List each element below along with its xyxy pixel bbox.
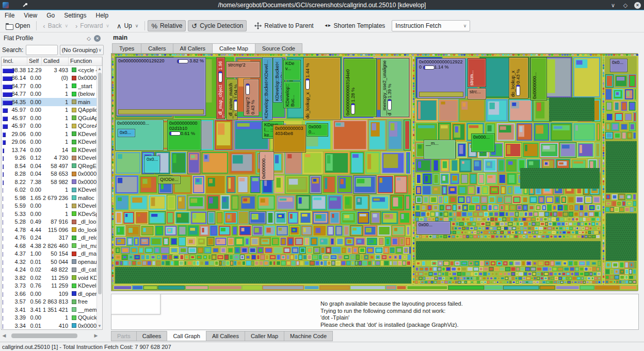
tab-types[interactable]: Types: [112, 43, 141, 54]
treemap-node[interactable]: _dl_name_match_p 1.04 %: [227, 79, 237, 120]
tab-call-graph[interactable]: Call Graph: [167, 331, 206, 341]
up-button[interactable]: ∧ Up∨: [113, 20, 142, 31]
table-row[interactable]: 3.390.001QQuickView: [2, 314, 96, 322]
treemap-node[interactable]: strcmp'2 0.43 %: [244, 79, 259, 116]
float-icon[interactable]: ◇: [87, 36, 91, 41]
table-row[interactable]: 3.660.00109dl_open_wo: [2, 290, 96, 298]
treemap-node[interactable]: KDev...: [283, 60, 301, 80]
table-row[interactable]: 4.684.382 826 460_int_malloc: [2, 242, 96, 250]
table-row[interactable]: 6.020.001KDevelop::C: [2, 186, 96, 194]
back-button[interactable]: ‹ Back∨: [39, 20, 72, 31]
treemap-node[interactable]: 0x000...: [471, 133, 495, 152]
menu-go[interactable]: Go: [42, 12, 59, 19]
tab-callee-map[interactable]: Callee Map: [212, 43, 255, 54]
table-row[interactable]: 13.740.0014KDevelop::P: [2, 146, 96, 154]
treemap-node[interactable]: strcm...: [468, 58, 486, 87]
menu-settings[interactable]: Settings: [59, 12, 91, 19]
treemap-node[interactable]: 0x0000000...: [530, 57, 547, 101]
treemap-node[interactable]: KDevelop::Bucket<KDevel...: [262, 57, 272, 120]
scroll-left-icon[interactable]: ◀: [1, 333, 7, 338]
minimize-button[interactable]: ∨: [609, 2, 617, 9]
table-row[interactable]: 84.770.001(below main): [2, 90, 96, 98]
cycle-detection-toggle[interactable]: ↺ Cycle Detection: [188, 20, 247, 31]
graph-overview-box[interactable]: [111, 294, 160, 314]
treemap-node[interactable]: 0x000000...: [260, 152, 274, 180]
table-row[interactable]: 4.784.44115 096do_lookup_: [2, 226, 96, 234]
table-row[interactable]: 5.590.001KDevelop::S: [2, 202, 96, 210]
close-button[interactable]: ×: [634, 2, 641, 9]
treemap-node[interactable]: 0x0000000034034be8: [273, 125, 306, 153]
treemap-node[interactable]: KDevelop::Buc...: [283, 81, 301, 108]
treemap-node[interactable]: __m...: [424, 140, 456, 159]
table-row[interactable]: 3.340.014100x0000000000: [2, 322, 96, 329]
table-row[interactable]: 86.140.00(0)0x0000000000: [2, 74, 96, 82]
search-input[interactable]: [26, 45, 57, 55]
table-row[interactable]: 5.330.001KDevSplash: [2, 210, 96, 218]
table-row[interactable]: 84.770.001_start: [2, 82, 96, 90]
relative-to-parent-toggle[interactable]: Relative to Parent: [251, 20, 317, 31]
tab-all-callees[interactable]: All Callees: [206, 331, 245, 341]
forward-button[interactable]: › Forward∨: [72, 20, 113, 31]
treemap-node[interactable]: __memcpy_sse2_unaligned 1.39 %: [380, 58, 409, 117]
shorten-templates-toggle[interactable]: ◄► Shorten Templates: [320, 20, 389, 31]
horizontal-scrollbar[interactable]: ◀ ▶: [1, 332, 99, 339]
table-row[interactable]: 5.981.652 679 236malloc: [2, 194, 96, 202]
table-row[interactable]: 5.280.4987 916_dl_lookup_: [2, 218, 96, 226]
menu-view[interactable]: View: [19, 12, 42, 19]
open-button[interactable]: Open: [2, 20, 34, 31]
table-row[interactable]: 4.371.0050 154_dl_map_ob: [2, 250, 96, 258]
treemap-node[interactable]: 0x00000000002d1b10 0.61 %: [167, 120, 201, 151]
menu-file[interactable]: File: [0, 12, 19, 19]
treemap-node[interactable]: 0x0...: [118, 129, 135, 137]
treemap-node[interactable]: _dl_map_object 1.96 %: [216, 57, 225, 119]
vertical-scrollbar[interactable]: ▲ ▼: [96, 66, 102, 329]
maximize-button[interactable]: ◇: [622, 2, 629, 9]
tab-callers[interactable]: Callers: [141, 43, 172, 54]
table-row[interactable]: 98.3812.293 493<cycle 42>: [2, 66, 96, 74]
grouping-select[interactable]: (No Grouping) ∨: [60, 45, 104, 55]
table-row[interactable]: 45.970.001QCoreApplic: [2, 122, 96, 130]
tab-parts[interactable]: Parts: [111, 331, 136, 341]
treemap-node[interactable]: 0x0000...: [307, 123, 328, 137]
dock-close-icon[interactable]: ✕: [94, 35, 101, 42]
table-row[interactable]: 84.350.001main: [2, 98, 96, 106]
treemap-node[interactable]: KDevelop::Bucket<KDevelop::Qu...: [273, 57, 282, 103]
table-row[interactable]: 45.970.001QApplication: [2, 106, 96, 114]
tab-source-code[interactable]: Source Code: [255, 43, 302, 54]
treemap-node[interactable]: 0x0...: [144, 156, 160, 173]
relative-toggle[interactable]: % Relative: [148, 20, 186, 31]
table-row[interactable]: 4.240.0248 822_dl_catch_e: [2, 266, 96, 274]
table-row[interactable]: 8.540.0458 497QRegExp::in: [2, 162, 96, 170]
treemap-node[interactable]: 0x00000000001292203.82 %: [116, 57, 206, 116]
treemap-node[interactable]: 0x0...: [610, 59, 627, 72]
treemap-node[interactable]: 0x00...: [416, 221, 450, 235]
scroll-up-icon[interactable]: ▲: [97, 66, 102, 72]
tab-machine-code[interactable]: Machine Code: [284, 331, 333, 341]
table-row[interactable]: 29.060.001KDevelop::C: [2, 130, 96, 138]
treemap-node[interactable]: do_lookup_x 0.43 %: [509, 57, 528, 98]
treemap-node[interactable]: 0x000000000031d4e0 1.28 %: [344, 58, 377, 117]
scroll-down-icon[interactable]: ▼: [97, 323, 102, 329]
table-row[interactable]: 29.060.001KDevelop::C: [2, 138, 96, 146]
table-row[interactable]: 4.320.0150 044openaux: [2, 258, 96, 266]
menu-help[interactable]: Help: [91, 12, 114, 19]
table-row[interactable]: 3.413.411 351 421__memcpy_: [2, 306, 96, 314]
table-row[interactable]: 3.570.562 863 813free: [2, 298, 96, 306]
treemap-node[interactable]: do_lookup_x 1.44 %: [303, 57, 341, 120]
tab-callees[interactable]: Callees: [136, 331, 167, 341]
treemap-node[interactable]: QIODe...: [158, 176, 181, 184]
tab-caller-map[interactable]: Caller Map: [245, 331, 284, 341]
table-row[interactable]: 8.227.3858 9820x0000000000: [2, 178, 96, 186]
table-row[interactable]: 8.280.0458 6530x0000000000: [2, 170, 96, 178]
table-row[interactable]: 4.760.24317_dl_relocate: [2, 234, 96, 242]
table-header[interactable]: Incl. Self Called Function: [2, 57, 102, 66]
tab-all-callers[interactable]: All Callers: [173, 43, 213, 54]
table-row[interactable]: 45.970.001QGuiApplicat: [2, 114, 96, 122]
treemap-node[interactable]: strc...: [468, 88, 486, 99]
treemap-node[interactable]: strcmp'2: [226, 61, 260, 78]
event-type-select[interactable]: Instruction Fetch ∨: [392, 20, 470, 31]
scroll-right-icon[interactable]: ▶: [93, 333, 99, 338]
treemap-node[interactable]: 0x0000000000129220 1.14 %: [417, 58, 465, 98]
table-row[interactable]: 3.730.7611 259KDevelop::c: [2, 282, 96, 290]
table-row[interactable]: 3.820.0211 259void KDevel: [2, 274, 96, 282]
